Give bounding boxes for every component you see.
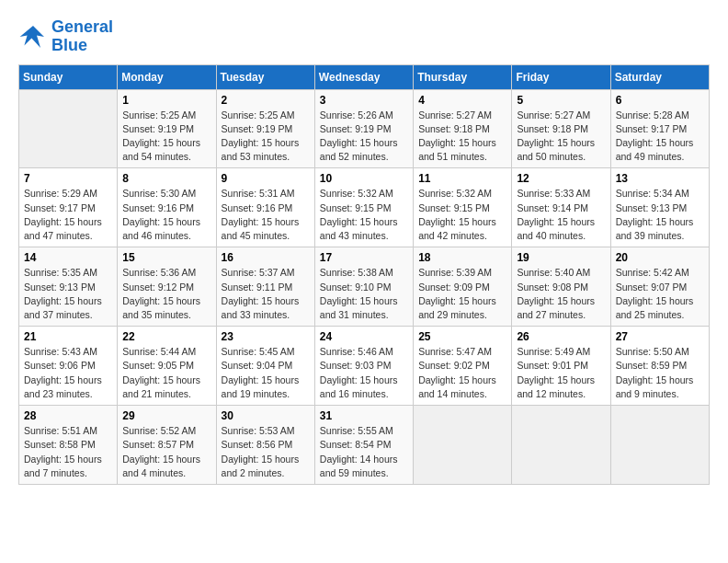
calendar-cell: 20Sunrise: 5:42 AM Sunset: 9:07 PM Dayli…	[610, 247, 709, 327]
day-number: 5	[517, 94, 605, 107]
day-number: 18	[418, 251, 506, 264]
day-number: 7	[24, 172, 112, 185]
calendar-cell: 28Sunrise: 5:51 AM Sunset: 8:58 PM Dayli…	[19, 406, 118, 485]
svg-marker-0	[20, 26, 44, 48]
calendar-cell	[610, 406, 709, 485]
day-number: 13	[616, 172, 704, 185]
calendar-cell: 26Sunrise: 5:49 AM Sunset: 9:01 PM Dayli…	[512, 327, 610, 406]
calendar-cell: 5Sunrise: 5:27 AM Sunset: 9:18 PM Daylig…	[512, 89, 610, 168]
day-number: 1	[122, 94, 210, 107]
day-number: 25	[418, 330, 506, 343]
day-info: Sunrise: 5:43 AM Sunset: 9:06 PM Dayligh…	[24, 345, 112, 401]
weekday-header: Monday	[118, 64, 216, 89]
day-number: 2	[222, 94, 310, 107]
calendar-week-row: 14Sunrise: 5:35 AM Sunset: 9:13 PM Dayli…	[19, 247, 710, 327]
day-info: Sunrise: 5:33 AM Sunset: 9:14 PM Dayligh…	[517, 187, 605, 243]
day-info: Sunrise: 5:26 AM Sunset: 9:19 PM Dayligh…	[320, 109, 408, 165]
calendar-week-row: 21Sunrise: 5:43 AM Sunset: 9:06 PM Dayli…	[19, 327, 710, 406]
calendar-cell: 6Sunrise: 5:28 AM Sunset: 9:17 PM Daylig…	[610, 89, 709, 168]
day-number: 6	[616, 94, 704, 107]
day-info: Sunrise: 5:36 AM Sunset: 9:12 PM Dayligh…	[122, 266, 210, 322]
day-info: Sunrise: 5:50 AM Sunset: 8:59 PM Dayligh…	[616, 345, 704, 401]
day-number: 27	[616, 330, 704, 343]
calendar-cell: 4Sunrise: 5:27 AM Sunset: 9:18 PM Daylig…	[414, 89, 512, 168]
weekday-header: Wednesday	[314, 64, 413, 89]
weekday-header: Thursday	[414, 64, 512, 89]
calendar-cell: 10Sunrise: 5:32 AM Sunset: 9:15 PM Dayli…	[314, 168, 413, 247]
calendar-cell: 25Sunrise: 5:47 AM Sunset: 9:02 PM Dayli…	[414, 327, 512, 406]
day-info: Sunrise: 5:32 AM Sunset: 9:15 PM Dayligh…	[418, 187, 506, 243]
day-info: Sunrise: 5:29 AM Sunset: 9:17 PM Dayligh…	[24, 187, 112, 243]
calendar-cell: 2Sunrise: 5:25 AM Sunset: 9:19 PM Daylig…	[216, 89, 314, 168]
day-info: Sunrise: 5:32 AM Sunset: 9:15 PM Dayligh…	[320, 187, 408, 243]
calendar-cell: 27Sunrise: 5:50 AM Sunset: 8:59 PM Dayli…	[610, 327, 709, 406]
calendar-cell: 3Sunrise: 5:26 AM Sunset: 9:19 PM Daylig…	[314, 89, 413, 168]
calendar-cell: 12Sunrise: 5:33 AM Sunset: 9:14 PM Dayli…	[512, 168, 610, 247]
day-number: 21	[24, 330, 112, 343]
day-info: Sunrise: 5:51 AM Sunset: 8:58 PM Dayligh…	[24, 424, 112, 480]
day-number: 4	[418, 94, 506, 107]
day-number: 31	[320, 409, 408, 422]
day-info: Sunrise: 5:37 AM Sunset: 9:11 PM Dayligh…	[222, 266, 310, 322]
day-info: Sunrise: 5:46 AM Sunset: 9:03 PM Dayligh…	[320, 345, 408, 401]
day-number: 15	[122, 251, 210, 264]
calendar-week-row: 7Sunrise: 5:29 AM Sunset: 9:17 PM Daylig…	[19, 168, 710, 247]
day-info: Sunrise: 5:38 AM Sunset: 9:10 PM Dayligh…	[320, 266, 408, 322]
calendar-cell: 14Sunrise: 5:35 AM Sunset: 9:13 PM Dayli…	[19, 247, 118, 327]
calendar-cell: 31Sunrise: 5:55 AM Sunset: 8:54 PM Dayli…	[314, 406, 413, 485]
day-number: 8	[122, 172, 210, 185]
day-info: Sunrise: 5:53 AM Sunset: 8:56 PM Dayligh…	[222, 424, 310, 480]
day-info: Sunrise: 5:49 AM Sunset: 9:01 PM Dayligh…	[517, 345, 605, 401]
day-number: 14	[24, 251, 112, 264]
calendar-cell: 7Sunrise: 5:29 AM Sunset: 9:17 PM Daylig…	[19, 168, 118, 247]
day-number: 9	[222, 172, 310, 185]
day-number: 28	[24, 409, 112, 422]
day-number: 19	[517, 251, 605, 264]
calendar-cell: 19Sunrise: 5:40 AM Sunset: 9:08 PM Dayli…	[512, 247, 610, 327]
calendar-cell	[19, 89, 118, 168]
calendar-cell: 16Sunrise: 5:37 AM Sunset: 9:11 PM Dayli…	[216, 247, 314, 327]
calendar-cell: 15Sunrise: 5:36 AM Sunset: 9:12 PM Dayli…	[118, 247, 216, 327]
day-number: 3	[320, 94, 408, 107]
day-info: Sunrise: 5:25 AM Sunset: 9:19 PM Dayligh…	[222, 109, 310, 165]
day-number: 12	[517, 172, 605, 185]
day-info: Sunrise: 5:39 AM Sunset: 9:09 PM Dayligh…	[418, 266, 506, 322]
weekday-header: Friday	[512, 64, 610, 89]
calendar-table: SundayMondayTuesdayWednesdayThursdayFrid…	[18, 64, 710, 485]
day-number: 17	[320, 251, 408, 264]
calendar-cell: 1Sunrise: 5:25 AM Sunset: 9:19 PM Daylig…	[118, 89, 216, 168]
day-info: Sunrise: 5:25 AM Sunset: 9:19 PM Dayligh…	[122, 109, 210, 165]
weekday-header: Saturday	[610, 64, 709, 89]
day-info: Sunrise: 5:27 AM Sunset: 9:18 PM Dayligh…	[517, 109, 605, 165]
day-number: 11	[418, 172, 506, 185]
day-info: Sunrise: 5:47 AM Sunset: 9:02 PM Dayligh…	[418, 345, 506, 401]
day-number: 10	[320, 172, 408, 185]
logo-icon	[18, 22, 48, 52]
calendar-cell: 24Sunrise: 5:46 AM Sunset: 9:03 PM Dayli…	[314, 327, 413, 406]
day-info: Sunrise: 5:44 AM Sunset: 9:05 PM Dayligh…	[122, 345, 210, 401]
calendar-week-row: 28Sunrise: 5:51 AM Sunset: 8:58 PM Dayli…	[19, 406, 710, 485]
day-number: 20	[616, 251, 704, 264]
day-info: Sunrise: 5:28 AM Sunset: 9:17 PM Dayligh…	[616, 109, 704, 165]
day-number: 30	[222, 409, 310, 422]
calendar-cell	[414, 406, 512, 485]
day-info: Sunrise: 5:55 AM Sunset: 8:54 PM Dayligh…	[320, 424, 408, 480]
calendar-cell: 18Sunrise: 5:39 AM Sunset: 9:09 PM Dayli…	[414, 247, 512, 327]
weekday-header: Tuesday	[216, 64, 314, 89]
page-header: General Blue	[18, 18, 710, 55]
day-info: Sunrise: 5:52 AM Sunset: 8:57 PM Dayligh…	[122, 424, 210, 480]
day-number: 26	[517, 330, 605, 343]
calendar-cell: 29Sunrise: 5:52 AM Sunset: 8:57 PM Dayli…	[118, 406, 216, 485]
day-info: Sunrise: 5:45 AM Sunset: 9:04 PM Dayligh…	[222, 345, 310, 401]
calendar-cell: 21Sunrise: 5:43 AM Sunset: 9:06 PM Dayli…	[19, 327, 118, 406]
day-number: 22	[122, 330, 210, 343]
day-info: Sunrise: 5:31 AM Sunset: 9:16 PM Dayligh…	[222, 187, 310, 243]
day-number: 29	[122, 409, 210, 422]
calendar-cell: 17Sunrise: 5:38 AM Sunset: 9:10 PM Dayli…	[314, 247, 413, 327]
weekday-header: Sunday	[19, 64, 118, 89]
calendar-cell: 9Sunrise: 5:31 AM Sunset: 9:16 PM Daylig…	[216, 168, 314, 247]
calendar-cell	[512, 406, 610, 485]
calendar-week-row: 1Sunrise: 5:25 AM Sunset: 9:19 PM Daylig…	[19, 89, 710, 168]
day-info: Sunrise: 5:27 AM Sunset: 9:18 PM Dayligh…	[418, 109, 506, 165]
day-number: 24	[320, 330, 408, 343]
